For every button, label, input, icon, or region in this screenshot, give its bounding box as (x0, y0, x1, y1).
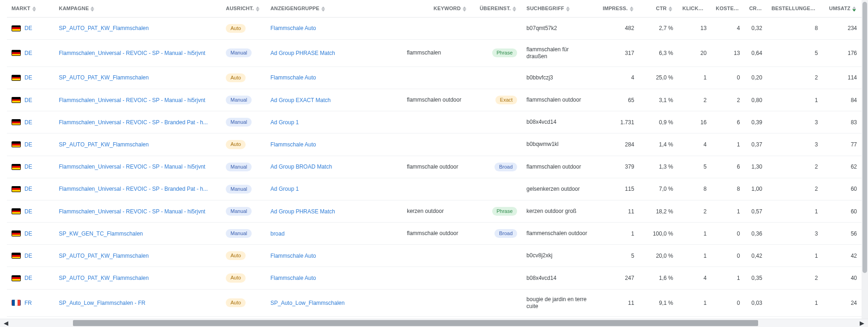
market-link[interactable]: FR (24, 300, 32, 306)
market-link[interactable]: DE (24, 141, 32, 148)
campaign-link[interactable]: SP_AUTO_PAT_KW_Flammschalen (59, 74, 149, 81)
table-row[interactable]: DEFlammschalen_Universal - REVOIC - SP -… (7, 178, 862, 200)
scroll-left-arrow-icon[interactable]: ◀ (1, 319, 11, 327)
adgroup-cell[interactable]: broad (266, 223, 402, 245)
campaign-cell[interactable]: Flammschalen_Universal - REVOIC - SP - M… (54, 39, 221, 67)
market-cell[interactable]: DE (7, 67, 54, 89)
horizontal-scrollbar[interactable]: ◀ ▶ (0, 319, 868, 327)
adgroup-cell[interactable]: Ad Group 1 (266, 111, 402, 133)
column-header-umsatz[interactable]: UMSATZ (822, 0, 862, 17)
column-header-kampagne[interactable]: KAMPAGNE (54, 0, 221, 17)
column-header-bestellungen[interactable]: BESTELLUNGEN (767, 0, 823, 17)
table-row[interactable]: DEFlammschalen_Universal - REVOIC - SP -… (7, 89, 862, 111)
market-cell[interactable]: DE (7, 89, 54, 111)
market-cell[interactable]: DE (7, 111, 54, 133)
table-row[interactable]: DEFlammschalen_Universal - REVOIC - SP -… (7, 156, 862, 178)
campaign-link[interactable]: SP_AUTO_PAT_KW_Flammschalen (59, 25, 149, 31)
column-header-anzeigengruppe[interactable]: ANZEIGENGRUPPE (266, 0, 402, 17)
campaign-link[interactable]: SP_AUTO_PAT_KW_Flammschalen (59, 141, 149, 148)
column-header-klicks[interactable]: KLICKS (678, 0, 711, 17)
campaign-cell[interactable]: SP_Auto_Low_Flammschalen - FR (54, 289, 221, 316)
campaign-link[interactable]: Flammschalen_Universal - REVOIC - SP - B… (59, 186, 208, 192)
market-cell[interactable]: DE (7, 267, 54, 289)
adgroup-link[interactable]: Ad Group PHRASE Match (271, 50, 335, 56)
campaign-cell[interactable]: SP_AUTO_PAT_KW_Flammschalen (54, 267, 221, 289)
adgroup-cell[interactable]: Flammschale Auto (266, 17, 402, 39)
campaign-cell[interactable]: SP_AUTO_PAT_KW_Flammschalen (54, 67, 221, 89)
campaign-cell[interactable]: Flammschalen_Universal - REVOIC - SP - M… (54, 200, 221, 222)
table-row[interactable]: DESP_AUTO_PAT_KW_FlammschalenAutoFlammsc… (7, 67, 862, 89)
adgroup-cell[interactable]: Flammschale Auto (266, 67, 402, 89)
market-link[interactable]: DE (24, 50, 32, 56)
column-header-markt[interactable]: MARKT (7, 0, 54, 17)
column-header-uebereinst[interactable]: ÜBEREINST. (472, 0, 522, 17)
adgroup-cell[interactable]: Ad Group BROAD Match (266, 156, 402, 178)
adgroup-cell[interactable]: Ad Group PHRASE Match (266, 39, 402, 67)
table-scroll[interactable]: MARKTKAMPAGNEAUSRICHT.ANZEIGENGRUPPEKEYW… (7, 0, 862, 319)
adgroup-link[interactable]: Ad Group 1 (271, 119, 299, 126)
campaign-cell[interactable]: SP_AUTO_PAT_KW_Flammschalen (54, 133, 221, 156)
table-row[interactable]: DESP_KW_GEN_TC_FlammschalenManualbroadfl… (7, 223, 862, 245)
market-cell[interactable]: DE (7, 17, 54, 39)
horizontal-scroll-thumb[interactable] (73, 320, 758, 326)
adgroup-cell[interactable]: Flammschale Auto (266, 133, 402, 156)
column-header-ausricht[interactable]: AUSRICHT. (221, 0, 265, 17)
column-header-cr[interactable]: CR (745, 0, 767, 17)
adgroup-link[interactable]: Flammschale Auto (271, 25, 316, 31)
adgroup-link[interactable]: Ad Group PHRASE Match (271, 208, 335, 215)
adgroup-cell[interactable]: Flammschale Auto (266, 245, 402, 267)
market-cell[interactable]: DE (7, 156, 54, 178)
table-row[interactable]: DESP_AUTO_PAT_KW_FlammschalenAutoFlammsc… (7, 267, 862, 289)
campaign-link[interactable]: SP_Auto_Low_Flammschalen - FR (59, 300, 145, 306)
campaign-link[interactable]: SP_AUTO_PAT_KW_Flammschalen (59, 275, 149, 281)
market-cell[interactable]: DE (7, 133, 54, 156)
market-cell[interactable]: DE (7, 39, 54, 67)
market-link[interactable]: DE (24, 230, 32, 237)
table-row[interactable]: DESP_AUTO_PAT_KW_FlammschalenAutoFlammsc… (7, 17, 862, 39)
campaign-link[interactable]: Flammschalen_Universal - REVOIC - SP - M… (59, 208, 205, 215)
column-header-suchbegriff[interactable]: SUCHBEGRIFF (522, 0, 594, 17)
vertical-scrollbar[interactable] (862, 0, 868, 319)
campaign-cell[interactable]: Flammschalen_Universal - REVOIC - SP - B… (54, 111, 221, 133)
adgroup-link[interactable]: Flammschale Auto (271, 74, 316, 81)
adgroup-cell[interactable]: Ad Group EXACT Match (266, 89, 402, 111)
column-header-ctr[interactable]: CTR (639, 0, 678, 17)
campaign-link[interactable]: Flammschalen_Universal - REVOIC - SP - M… (59, 50, 205, 56)
campaign-link[interactable]: Flammschalen_Universal - REVOIC - SP - M… (59, 97, 205, 103)
campaign-link[interactable]: Flammschalen_Universal - REVOIC - SP - B… (59, 119, 208, 126)
table-row[interactable]: DEFlammschalen_Universal - REVOIC - SP -… (7, 200, 862, 222)
market-cell[interactable]: DE (7, 245, 54, 267)
adgroup-link[interactable]: SP_Auto_Low_Flammschalen (271, 300, 345, 306)
market-cell[interactable]: DE (7, 223, 54, 245)
market-cell[interactable]: FR (7, 289, 54, 316)
campaign-cell[interactable]: Flammschalen_Universal - REVOIC - SP - B… (54, 178, 221, 200)
adgroup-link[interactable]: Flammschale Auto (271, 253, 316, 259)
adgroup-link[interactable]: Ad Group 1 (271, 186, 299, 192)
market-link[interactable]: DE (24, 208, 32, 215)
column-header-kosten[interactable]: KOSTEN (711, 0, 744, 17)
column-header-keyword[interactable]: KEYWORD (402, 0, 472, 17)
adgroup-cell[interactable]: Flammschale Auto (266, 267, 402, 289)
adgroup-link[interactable]: Flammschale Auto (271, 275, 316, 281)
campaign-cell[interactable]: Flammschalen_Universal - REVOIC - SP - M… (54, 156, 221, 178)
campaign-cell[interactable]: SP_AUTO_PAT_KW_Flammschalen (54, 245, 221, 267)
market-link[interactable]: DE (24, 119, 32, 126)
scroll-right-arrow-icon[interactable]: ▶ (857, 319, 867, 327)
table-row[interactable]: DEFlammschalen_Universal - REVOIC - SP -… (7, 39, 862, 67)
market-link[interactable]: DE (24, 164, 32, 170)
column-header-impress[interactable]: IMPRESS. (594, 0, 639, 17)
adgroup-cell[interactable]: Ad Group PHRASE Match (266, 200, 402, 222)
vertical-scroll-thumb[interactable] (862, 2, 867, 273)
table-row[interactable]: DEFlammschalen_Universal - REVOIC - SP -… (7, 111, 862, 133)
table-row[interactable]: DESP_AUTO_PAT_KW_FlammschalenAutoFlammsc… (7, 245, 862, 267)
campaign-cell[interactable]: SP_AUTO_PAT_KW_Flammschalen (54, 17, 221, 39)
adgroup-link[interactable]: Ad Group EXACT Match (271, 97, 331, 103)
campaign-link[interactable]: SP_KW_GEN_TC_Flammschalen (59, 230, 143, 237)
horizontal-scroll-track[interactable] (13, 320, 855, 326)
campaign-link[interactable]: Flammschalen_Universal - REVOIC - SP - M… (59, 164, 205, 170)
adgroup-cell[interactable]: Ad Group 1 (266, 178, 402, 200)
table-row[interactable]: DESP_AUTO_PAT_KW_FlammschalenAutoFlammsc… (7, 133, 862, 156)
market-cell[interactable]: DE (7, 178, 54, 200)
adgroup-link[interactable]: Flammschale Auto (271, 141, 316, 148)
market-link[interactable]: DE (24, 74, 32, 81)
